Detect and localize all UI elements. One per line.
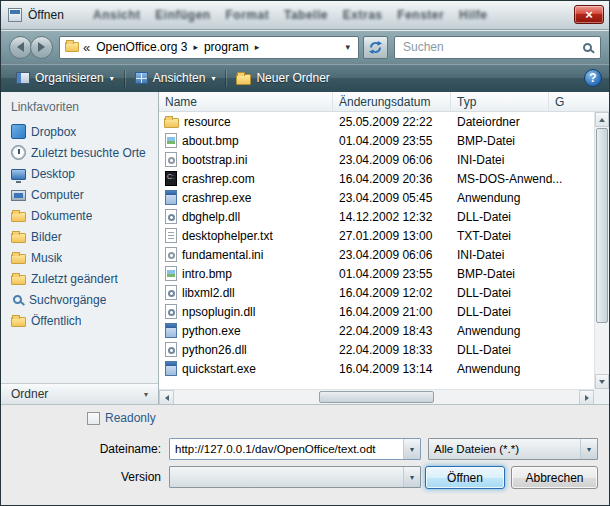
scroll-right-icon xyxy=(585,395,589,401)
sidebar-item-computer[interactable]: Computer xyxy=(1,184,158,205)
sidebar-item-ffentlich[interactable]: Öffentlich xyxy=(1,310,158,331)
column-header-size[interactable]: G xyxy=(549,92,609,111)
file-type: INI-Datei xyxy=(451,248,594,262)
breadcrumb-segment-program[interactable]: program xyxy=(202,39,251,55)
file-type: INI-Datei xyxy=(451,153,594,167)
recently-changed-icon xyxy=(11,275,26,285)
readonly-checkbox[interactable] xyxy=(87,412,100,425)
sidebar-item-dropbox[interactable]: Dropbox xyxy=(1,121,158,142)
dll-file-icon xyxy=(165,304,177,319)
address-bar[interactable]: « OpenOffice.org 3 ▸ program ▸ ▾ xyxy=(59,36,359,59)
help-icon: ? xyxy=(589,71,596,85)
folders-bar[interactable]: Ordner ▾ xyxy=(1,383,158,404)
vertical-scrollbar[interactable] xyxy=(594,112,609,389)
file-row-npsoplugin-dll[interactable]: npsoplugin.dll 16.04.2009 21:00 DLL-Date… xyxy=(159,302,594,321)
file-row-intro-bmp[interactable]: intro.bmp 01.04.2009 23:55 BMP-Datei xyxy=(159,264,594,283)
new-folder-button[interactable]: Neuer Ordner xyxy=(228,68,337,88)
file-row-python26-dll[interactable]: python26.dll 22.04.2009 18:33 DLL-Datei xyxy=(159,340,594,359)
sidebar-item-dokumente[interactable]: Dokumente xyxy=(1,205,158,226)
sidebar-item-suchvorg-nge[interactable]: Suchvorgänge xyxy=(1,289,158,310)
breadcrumb-overflow-button[interactable]: « xyxy=(83,40,90,55)
file-date: 23.04.2009 05:45 xyxy=(333,191,451,205)
close-button[interactable]: × xyxy=(574,5,604,24)
file-row-desktophelper-txt[interactable]: desktophelper.txt 27.01.2009 13:00 TXT-D… xyxy=(159,226,594,245)
filename-input[interactable] xyxy=(170,439,403,459)
scroll-right-button[interactable] xyxy=(579,390,594,404)
file-row-fundamental-ini[interactable]: fundamental.ini 23.04.2009 06:06 INI-Dat… xyxy=(159,245,594,264)
file-row-python-exe[interactable]: python.exe 22.04.2009 18:43 Anwendung xyxy=(159,321,594,340)
filename-dropdown-button[interactable]: ▾ xyxy=(403,439,420,459)
file-name-cell: resource xyxy=(159,115,333,129)
file-row-bootstrap-ini[interactable]: bootstrap.ini 23.04.2009 06:06 INI-Datei xyxy=(159,150,594,169)
sidebar-item-zuletzt-ge-ndert[interactable]: Zuletzt geändert xyxy=(1,268,158,289)
file-row-crashrep-com[interactable]: crashrep.com 16.04.2009 20:36 MS-DOS-Anw… xyxy=(159,169,594,188)
file-name: desktophelper.txt xyxy=(182,229,273,243)
breadcrumb-separator-icon[interactable]: ▸ xyxy=(193,42,198,52)
titlebar[interactable]: Ansicht Einfügen Format Tabelle Extras F… xyxy=(1,1,609,30)
dialog-icon xyxy=(8,8,22,22)
refresh-button[interactable] xyxy=(363,36,388,59)
filename-combobox[interactable]: ▾ xyxy=(169,438,421,460)
sidebar-item-label: Dropbox xyxy=(31,125,76,139)
file-date: 16.04.2009 13:14 xyxy=(333,362,451,376)
file-type: TXT-Datei xyxy=(451,229,594,243)
file-row-about-bmp[interactable]: about.bmp 01.04.2009 23:55 BMP-Datei xyxy=(159,131,594,150)
file-name-cell: intro.bmp xyxy=(159,266,333,281)
back-button[interactable] xyxy=(9,36,32,59)
scroll-down-button[interactable] xyxy=(595,374,609,389)
search-input[interactable] xyxy=(401,39,583,55)
file-name-cell: crashrep.com xyxy=(159,171,333,186)
filetype-combobox[interactable]: Alle Dateien (*.*) ▾ xyxy=(428,438,598,460)
sidebar-item-zuletzt-besuchte-orte[interactable]: Zuletzt besuchte Orte xyxy=(1,142,158,163)
file-row-quickstart-exe[interactable]: quickstart.exe 16.04.2009 13:14 Anwendun… xyxy=(159,359,594,378)
file-date: 23.04.2009 06:06 xyxy=(333,153,451,167)
file-row-libxml2-dll[interactable]: libxml2.dll 16.04.2009 12:02 DLL-Datei xyxy=(159,283,594,302)
file-type: Anwendung xyxy=(451,324,594,338)
file-row-dbghelp-dll[interactable]: dbghelp.dll 14.12.2002 12:32 DLL-Datei xyxy=(159,207,594,226)
sidebar-item-label: Computer xyxy=(31,188,84,202)
dropdown-icon: ▾ xyxy=(410,473,414,482)
toolbar-separator xyxy=(225,70,226,87)
command-toolbar: Organisieren ▾ Ansichten ▾ Neuer Ordner … xyxy=(1,64,609,92)
file-name: bootstrap.ini xyxy=(182,153,247,167)
vertical-scroll-thumb[interactable] xyxy=(596,128,608,323)
sidebar-item-bilder[interactable]: Bilder xyxy=(1,226,158,247)
file-name-cell: crashrep.exe xyxy=(159,190,333,205)
column-header-type[interactable]: Typ xyxy=(451,92,549,111)
file-name: dbghelp.dll xyxy=(182,210,240,224)
favorites-list: Dropbox Zuletzt besuchte Orte Desktop Co… xyxy=(1,121,158,331)
scroll-up-button[interactable] xyxy=(595,112,609,127)
breadcrumb-separator-icon[interactable]: ▸ xyxy=(255,42,260,52)
scroll-down-icon xyxy=(599,380,605,384)
filetype-dropdown-button[interactable]: ▾ xyxy=(580,439,597,459)
open-file-dialog: Ansicht Einfügen Format Tabelle Extras F… xyxy=(0,0,610,506)
file-date: 14.12.2002 12:32 xyxy=(333,210,451,224)
organize-button[interactable]: Organisieren ▾ xyxy=(8,68,122,88)
views-button[interactable]: Ansichten ▾ xyxy=(127,68,224,88)
column-header-date[interactable]: Änderungsdatum xyxy=(333,92,451,111)
views-label: Ansichten xyxy=(153,71,206,85)
help-button[interactable]: ? xyxy=(584,69,602,87)
scroll-left-button[interactable] xyxy=(159,390,174,404)
address-dropdown-icon[interactable]: ▾ xyxy=(342,42,353,52)
file-row-crashrep-exe[interactable]: crashrep.exe 23.04.2009 05:45 Anwendung xyxy=(159,188,594,207)
computer-icon xyxy=(11,190,26,201)
version-combobox[interactable]: ▾ xyxy=(169,466,421,488)
file-row-resource[interactable]: resource 25.05.2009 22:22 Dateiordner xyxy=(159,112,594,131)
file-list-pane: Name Änderungsdatum Typ G resource 25.05… xyxy=(159,92,609,404)
readonly-row[interactable]: Readonly xyxy=(87,411,156,425)
sidebar-item-desktop[interactable]: Desktop xyxy=(1,163,158,184)
file-type: MS-DOS-Anwend... xyxy=(451,172,594,186)
horizontal-scrollbar[interactable] xyxy=(159,389,594,404)
horizontal-scroll-thumb[interactable] xyxy=(319,391,434,403)
open-button[interactable]: Öffnen xyxy=(425,466,505,489)
cancel-button[interactable]: Abbrechen xyxy=(511,466,598,489)
search-icon[interactable] xyxy=(583,43,592,52)
column-header-name[interactable]: Name xyxy=(159,92,333,111)
organize-icon xyxy=(16,72,30,84)
version-dropdown-button[interactable]: ▾ xyxy=(403,467,420,487)
file-name: python.exe xyxy=(182,324,241,338)
breadcrumb-segment-openoffice[interactable]: OpenOffice.org 3 xyxy=(94,39,189,55)
forward-button[interactable] xyxy=(30,36,53,59)
sidebar-item-musik[interactable]: Musik xyxy=(1,247,158,268)
